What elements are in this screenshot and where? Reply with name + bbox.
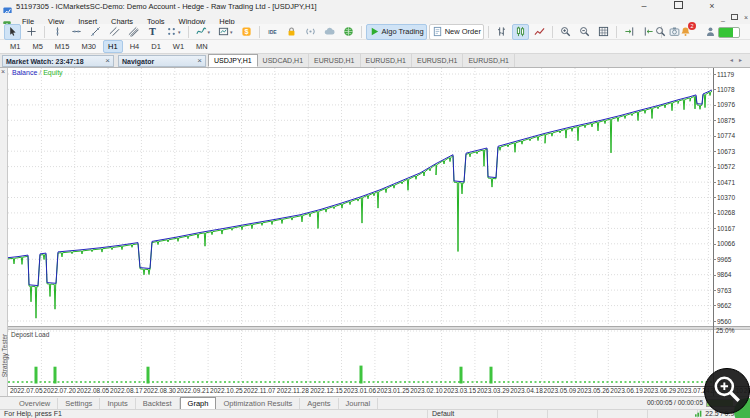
deposit-load-plot[interactable] — [8, 330, 713, 386]
strategy-tester-side-tab[interactable]: Strategy Tester — [1, 322, 8, 390]
x-axis-label: 2022.08.30 — [143, 387, 176, 394]
panel-caption-market-watch[interactable]: Market Watch: 23:47:18× — [2, 55, 114, 67]
search-button[interactable] — [652, 24, 669, 40]
svg-text:IDE: IDE — [268, 28, 277, 34]
chart-window-icon[interactable] — [3, 15, 11, 23]
x-axis-label: 2022.08.17 — [110, 387, 143, 394]
indicators-button[interactable]: ▾ — [193, 24, 214, 40]
market-button[interactable]: $ — [238, 24, 255, 40]
timeframe-mn[interactable]: MN — [191, 40, 213, 53]
x-axis-label: 2023.05.26 — [577, 387, 610, 394]
magnifier-overlay[interactable] — [704, 368, 750, 414]
timeframe-m1[interactable]: M1 — [5, 40, 25, 53]
tab-scroll-right-icon: ► — [738, 57, 747, 63]
tester-tab-optimization-results[interactable]: Optimization Results — [216, 398, 300, 409]
y-axis-label: 9763 — [717, 287, 750, 294]
shapes-button[interactable]: ▾ — [163, 24, 184, 40]
balance-equity-plot[interactable] — [8, 68, 713, 326]
tester-tab-backtest[interactable]: Backtest — [136, 398, 180, 409]
tester-tab-agents[interactable]: Agents — [300, 398, 338, 409]
auto-scroll-button[interactable] — [621, 24, 638, 40]
zoom-out-button[interactable] — [576, 24, 593, 40]
timeframe-m30[interactable]: M30 — [76, 40, 101, 53]
y-axis-tick — [713, 89, 716, 90]
lock-button[interactable] — [283, 24, 300, 40]
chart-tab-1[interactable]: USDCAD,H1 — [258, 54, 309, 67]
status-help-text: For Help, press F1 — [4, 410, 62, 417]
objects-button[interactable]: ▾ — [215, 24, 236, 40]
line-chart-button[interactable] — [531, 24, 548, 40]
channel-button[interactable] — [106, 24, 123, 40]
crosshair-button[interactable] — [23, 24, 40, 40]
y-axis-tick — [713, 305, 716, 306]
lock-icon — [286, 23, 297, 41]
equidistant-channel-button[interactable] — [125, 24, 142, 40]
metaeditor-ide-button[interactable]: IDE — [264, 24, 281, 40]
y-axis-tick — [713, 259, 716, 260]
bar-chart-button[interactable] — [493, 24, 510, 40]
child-restore-icon[interactable] — [731, 14, 738, 22]
legend-balance: Balance — [12, 69, 37, 76]
maximize-icon[interactable] — [672, 1, 684, 11]
child-minimize-icon[interactable]: _ — [721, 14, 725, 22]
chart-tab-3[interactable]: EURUSD,H1 — [361, 54, 412, 67]
y-axis-tick — [713, 244, 716, 245]
panel-splitter[interactable] — [0, 326, 750, 330]
tab-scroll-arrows[interactable]: ◄► — [729, 57, 747, 63]
timeframe-h4[interactable]: H4 — [125, 40, 145, 53]
child-close-icon[interactable]: × — [744, 14, 748, 22]
tester-tab-graph[interactable]: Graph — [180, 397, 217, 410]
timeframe-m15[interactable]: M15 — [50, 40, 75, 53]
minimize-icon[interactable]: – — [638, 1, 650, 11]
y-axis-label: 10875 — [717, 117, 750, 124]
vertical-line-button[interactable] — [49, 24, 66, 40]
panel-close-icon[interactable]: × — [1, 68, 5, 75]
tester-tab-settings[interactable]: Settings — [58, 398, 100, 409]
notifications-button[interactable]: 2 — [677, 24, 694, 40]
close-icon[interactable]: × — [197, 57, 202, 65]
toolbar-separator — [44, 26, 45, 38]
account-button[interactable] — [702, 24, 743, 40]
status-profile[interactable]: Default — [432, 410, 454, 417]
trendline-button[interactable] — [87, 24, 104, 40]
y-axis-tick — [713, 197, 716, 198]
grid-button[interactable] — [595, 24, 612, 40]
cursor-button[interactable] — [4, 24, 21, 40]
y-axis-tick — [713, 74, 716, 75]
candlestick-chart-button[interactable] — [512, 24, 529, 40]
close-icon[interactable]: × — [706, 1, 718, 11]
bars-icon — [496, 23, 507, 41]
tester-tab-overview[interactable]: Overview — [12, 398, 58, 409]
zoom-in-button[interactable] — [557, 24, 574, 40]
new-order-button[interactable]: New Order — [429, 24, 484, 40]
y-axis-label: 11078 — [717, 86, 750, 93]
notification-badge: 2 — [688, 22, 696, 30]
timeframe-h1[interactable]: H1 — [103, 40, 123, 53]
chart-tab-4[interactable]: EURUSD,H1 — [412, 54, 463, 67]
cloud-button[interactable] — [321, 24, 338, 40]
indicator-icon — [196, 23, 207, 41]
chart-tab-2[interactable]: EURUSD,H1 — [309, 54, 360, 67]
svg-text:T: T — [149, 26, 156, 37]
tester-tab-journal[interactable]: Journal — [339, 398, 379, 409]
timeframe-m5[interactable]: M5 — [27, 40, 47, 53]
community-button[interactable] — [340, 24, 357, 40]
close-icon[interactable]: × — [105, 57, 110, 65]
hline-icon — [71, 23, 82, 41]
x-axis-label: 2022.10.25 — [210, 387, 243, 394]
timeframe-d1[interactable]: D1 — [146, 40, 166, 53]
y-axis-tick — [713, 228, 716, 229]
x-axis-label: 2022.11.28 — [277, 387, 309, 394]
algo-trading-button[interactable]: Algo Trading — [366, 24, 427, 40]
y-axis-tick — [713, 105, 716, 106]
deposit-load-label: Deposit Load — [11, 331, 49, 338]
signals-button[interactable] — [302, 24, 319, 40]
tester-tab-inputs[interactable]: Inputs — [100, 398, 135, 409]
chart-tab-0[interactable]: USDJPY,H1 — [208, 54, 258, 67]
text-button[interactable]: T — [144, 24, 161, 40]
panel-caption-navigator[interactable]: Navigator× — [118, 55, 206, 67]
horizontal-line-button[interactable] — [68, 24, 85, 40]
window-controls: – × — [638, 1, 718, 11]
timeframe-w1[interactable]: W1 — [168, 40, 189, 53]
chart-tab-5[interactable]: EURUSD,H1 — [463, 54, 514, 67]
